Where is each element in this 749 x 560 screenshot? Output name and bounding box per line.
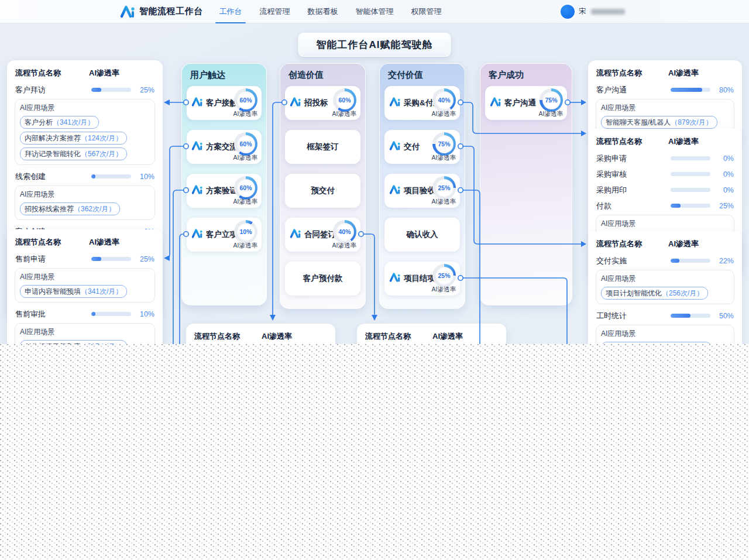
nav-item-权限管理[interactable]: 权限管理 — [411, 0, 442, 23]
process-node-row: 交付实施22% — [596, 253, 734, 268]
process-node-name: 售前申请 — [15, 254, 91, 264]
process-node-row: 采购审核0% — [596, 167, 734, 181]
node-name-column-header: 流程节点名称 — [596, 136, 668, 147]
ai-scenario-tag: 内部解决方案推荐（124次/月） — [20, 132, 127, 145]
process-node-name: 客户拜访 — [15, 85, 91, 95]
ai-scenario-tag: 智能聊天客服/机器人（879次/月） — [601, 116, 717, 129]
ai-penetration-donut-label: AI渗透率 — [233, 198, 257, 206]
node-name-column-header: 流程节点名称 — [596, 239, 668, 249]
app-logo: 智能流程工作台 — [120, 5, 203, 19]
nav-item-工作台[interactable]: 工作台 — [219, 0, 242, 23]
flow-column-title: 用户触达 — [190, 68, 262, 81]
flow-node-card[interactable]: 预交付 — [285, 174, 360, 208]
flow-node-label: 项目验收 — [404, 185, 435, 196]
user-name-redacted — [591, 9, 625, 15]
ai-logo-icon — [290, 228, 301, 239]
ai-penetration-bar-fill — [91, 312, 95, 316]
ai-scenario-tag: 项目计划智能优化（256次/月） — [601, 287, 708, 300]
ai-logo-icon-wrap — [389, 97, 401, 109]
ai-penetration-donut-label: AI渗透率 — [432, 110, 456, 118]
ai-logo-icon-wrap — [389, 140, 401, 153]
ai-scenario-tags: 申请内容智能预填（341次/月） — [20, 285, 150, 298]
ai-scenario-tags: 智能聊天客服/机器人（879次/月） — [601, 116, 729, 129]
ai-penetration-bar-fill — [91, 174, 95, 178]
ai-penetration-bar — [91, 312, 131, 316]
ai-penetration-donut: 75% — [432, 132, 456, 156]
ai-penetration-bar — [671, 259, 710, 263]
flow-column-title: 创造价值 — [288, 68, 360, 81]
flow-node-card[interactable]: 框架签订 — [285, 130, 360, 164]
flow-node-card[interactable]: 客户立项10%AI渗透率 — [187, 218, 262, 252]
ai-penetration-value: 22% — [710, 257, 734, 265]
ai-scenario-label: AI应用场景 — [601, 103, 729, 113]
flow-node-card[interactable]: 客户沟通75%AI渗透率 — [485, 86, 567, 120]
ai-scenario-tag: 拜访记录智能转化（567次/月） — [20, 147, 127, 160]
flow-node-label: 框架签订 — [307, 142, 339, 152]
ai-penetration-donut: 40% — [432, 88, 456, 112]
ai-penetration-value: 25% — [131, 86, 154, 94]
ai-scenario-label: AI应用场景 — [601, 274, 729, 284]
node-name-column-header: 流程节点名称 — [15, 68, 89, 78]
flow-node-card[interactable]: 方案验证60%AI渗透率 — [187, 174, 262, 208]
ai-scenario-label: AI应用场景 — [20, 103, 150, 113]
ai-penetration-value: 0% — [710, 154, 734, 163]
process-node-name: 采购审核 — [596, 169, 671, 180]
process-node-name: 客户沟通 — [596, 85, 671, 95]
ai-rate-column-header: AI渗透率 — [432, 331, 498, 342]
nav-item-智能体管理[interactable]: 智能体管理 — [356, 0, 394, 23]
ai-penetration-donut: 10% — [234, 220, 257, 243]
flow-node-label: 客户接触 — [206, 98, 238, 108]
process-node-row: 工时统计50% — [596, 308, 734, 323]
unrendered-dither-region — [0, 344, 749, 560]
ai-scenario-label: AI应用场景 — [20, 327, 150, 337]
flow-column-title: 交付价值 — [388, 68, 460, 81]
flow-node-card[interactable]: 项目验收25%AI渗透率 — [384, 174, 460, 208]
panel-header: 流程节点名称AI渗透率 — [15, 237, 154, 248]
flow-node-card[interactable]: 方案交流60%AI渗透率 — [187, 130, 262, 164]
panel-header: 流程节点名称AI渗透率 — [15, 68, 154, 78]
flow-node-label: 方案交流 — [206, 142, 238, 152]
ai-penetration-value: 25% — [131, 255, 154, 263]
flow-node-card[interactable]: 客户接触60%AI渗透率 — [187, 86, 262, 120]
flow-node-card[interactable]: 采购&付款40%AI渗透率 — [384, 86, 460, 120]
nav-item-流程管理[interactable]: 流程管理 — [260, 0, 290, 23]
flow-node-label: 招投标 — [304, 98, 328, 108]
nav-item-数据看板[interactable]: 数据看板 — [308, 0, 338, 23]
flow-node-label: 客户沟通 — [504, 98, 536, 108]
flow-node-card[interactable]: 合同签订40%AI渗透率 — [285, 218, 360, 252]
process-node-row: 采购申请0% — [596, 151, 734, 166]
ai-penetration-value: 10% — [131, 173, 154, 181]
ai-penetration-bar-fill — [671, 259, 679, 263]
ai-penetration-donut-label: AI渗透率 — [233, 242, 257, 250]
ai-penetration-value: 80% — [710, 86, 734, 94]
node-name-column-header: 流程节点名称 — [15, 237, 89, 248]
ai-logo-icon — [191, 184, 203, 195]
flow-node-label: 项目结项 — [404, 273, 435, 284]
flow-node-label: 合同签订 — [304, 229, 336, 240]
ai-logo-icon-wrap — [191, 140, 203, 153]
ai-scenario-tags: 招投标线索推荐（362次/月） — [20, 202, 150, 215]
user-avatar[interactable] — [561, 5, 575, 19]
flow-node-card[interactable]: 招投标60%AI渗透率 — [285, 86, 360, 120]
ai-penetration-donut: 60% — [234, 88, 257, 112]
flow-node-card[interactable]: 客户预付款 — [285, 262, 360, 296]
user-menu[interactable]: 宋 — [561, 5, 625, 19]
ai-logo-icon-wrap — [191, 184, 203, 197]
flow-column-title: 客户成功 — [489, 68, 567, 81]
ai-penetration-donut-label: AI渗透率 — [332, 110, 356, 118]
panel-header: 流程节点名称AI渗透率 — [194, 331, 327, 342]
ai-rate-column-header: AI渗透率 — [668, 239, 734, 249]
ai-penetration-donut-label: AI渗透率 — [233, 110, 257, 118]
app-title: 智能流程工作台 — [139, 6, 203, 17]
flow-node-label: 交付 — [404, 142, 420, 152]
flow-node-card[interactable]: 项目结项25%AI渗透率 — [384, 262, 460, 296]
panel-header: 流程节点名称AI渗透率 — [596, 239, 734, 249]
ai-penetration-donut: 60% — [333, 88, 356, 112]
flow-node-label: 客户立项 — [206, 229, 238, 240]
user-name: 宋 — [579, 6, 586, 16]
ai-penetration-donut-label: AI渗透率 — [332, 242, 356, 250]
ai-rate-column-header: AI渗透率 — [89, 237, 154, 248]
process-node-name: 交付实施 — [596, 256, 671, 266]
flow-node-card[interactable]: 确认收入 — [384, 218, 460, 252]
flow-node-card[interactable]: 交付75%AI渗透率 — [384, 130, 460, 164]
